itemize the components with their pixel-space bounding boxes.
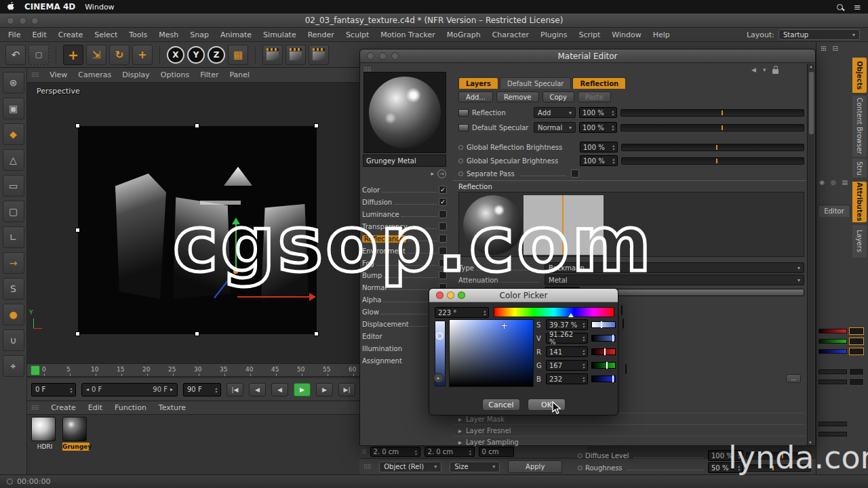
axis-tool[interactable]: ⌖ xyxy=(3,355,24,377)
spline-pen-tool[interactable]: ⊛ xyxy=(3,72,24,94)
selection-handle[interactable] xyxy=(75,228,80,232)
material-editor-scrollbar[interactable]: ▴ ▾ xyxy=(807,64,814,445)
previous-frame-button[interactable]: ◀ xyxy=(271,383,288,396)
viewport-menu-filter[interactable]: Filter xyxy=(200,70,218,79)
strip-handle[interactable] xyxy=(436,332,443,340)
channel-row-color[interactable]: Color✓ xyxy=(362,184,447,196)
layer-thumbnail-icon[interactable] xyxy=(458,109,469,117)
hue-slider[interactable] xyxy=(494,307,614,317)
red-mini-slider[interactable] xyxy=(591,348,616,355)
add-cube-tool[interactable]: ▣ xyxy=(3,98,24,119)
undo-button[interactable]: ↶ xyxy=(5,45,26,65)
panel-drag-handle-icon[interactable]: ⠿⠿ xyxy=(363,464,371,470)
stepper-icon[interactable]: ▴▾ xyxy=(612,109,614,116)
stepper-icon[interactable]: ▴▾ xyxy=(583,321,585,328)
saturation-value-square[interactable]: + xyxy=(449,319,534,387)
lock-icon[interactable] xyxy=(772,69,778,74)
primitive-tool[interactable]: △ xyxy=(3,149,24,171)
tab-layers[interactable]: Layers xyxy=(458,77,498,89)
frame-range-slider[interactable]: ◂ 0 F 90 F ▸ xyxy=(81,383,178,396)
lock-x-axis-button[interactable]: X xyxy=(167,46,184,64)
spotlight-search-icon[interactable] xyxy=(837,4,843,10)
stepper-icon[interactable]: ▴▾ xyxy=(612,144,614,150)
green-channel-slider[interactable] xyxy=(818,339,847,344)
stepper-icon[interactable]: ▴▾ xyxy=(415,449,417,455)
zoom-window-button[interactable] xyxy=(391,52,399,60)
menu-animate[interactable]: Animate xyxy=(220,30,252,39)
material-name-field[interactable]: Grungey Metal xyxy=(363,155,446,167)
lock-z-axis-button[interactable]: Z xyxy=(208,46,225,64)
scrollbar-thumb[interactable] xyxy=(809,72,814,134)
hidden-parameter-slider[interactable] xyxy=(625,364,627,374)
material-preview-area[interactable] xyxy=(363,72,446,153)
layer-thumbnail-icon[interactable] xyxy=(458,124,469,131)
panel-drag-handle-icon[interactable]: ⠿⠿ xyxy=(31,72,39,79)
menu-motion-tracker[interactable]: Motion Tracker xyxy=(380,30,435,39)
timeline-ruler[interactable]: 0 5 10 15 20 25 30 35 40 45 50 55 60 xyxy=(27,363,359,377)
blue-channel-slider[interactable] xyxy=(818,349,847,354)
menu-mograph[interactable]: MoGraph xyxy=(447,30,481,39)
menu-edit[interactable]: Edit xyxy=(32,30,46,39)
panel-drag-handle-icon[interactable]: ⠿ xyxy=(362,449,366,455)
tab-editor[interactable]: Editor xyxy=(818,205,850,217)
menu-snap[interactable]: Snap xyxy=(190,30,209,39)
cancel-button[interactable]: Cancel xyxy=(482,399,520,411)
selection-handle[interactable] xyxy=(75,331,80,336)
close-window-button[interactable] xyxy=(367,52,374,60)
last-tool-button[interactable]: + xyxy=(132,45,153,65)
coord-y-field[interactable]: 2. 0 cm▴▾ xyxy=(425,447,475,457)
minimize-window-button[interactable] xyxy=(447,291,454,299)
mini-slider[interactable] xyxy=(818,432,847,436)
stepper-icon[interactable]: ▴▾ xyxy=(583,362,585,369)
lock-y-axis-button[interactable]: Y xyxy=(187,46,205,64)
red-channel-slider[interactable] xyxy=(818,329,847,333)
current-frame-field[interactable]: 0 F ▴▾ xyxy=(31,383,76,396)
minimize-window-button[interactable] xyxy=(379,52,387,60)
chevron-down-icon[interactable]: ▾ xyxy=(763,66,766,73)
viewport-menu-view[interactable]: View xyxy=(50,70,67,79)
zoom-window-button[interactable] xyxy=(458,291,465,299)
tab-reflection[interactable]: Reflection xyxy=(572,77,626,89)
object-mode-dropdown[interactable]: Object (Rel)▾ xyxy=(379,462,441,472)
mini-slider[interactable] xyxy=(818,422,847,426)
close-window-button[interactable] xyxy=(436,291,443,299)
selection-handle[interactable] xyxy=(314,331,319,336)
global-reflection-brightness-field[interactable]: 100 %▴▾ xyxy=(580,142,618,152)
color-picker-titlebar[interactable]: Color Picker xyxy=(429,289,618,302)
scale-tool-button[interactable]: ⇲ xyxy=(86,45,106,65)
back-arrow-icon[interactable]: ◀ xyxy=(751,66,756,73)
menu-create[interactable]: Create xyxy=(58,30,83,39)
material-thumbnail-grungey[interactable]: Grungey xyxy=(62,417,90,451)
copy-layer-button[interactable]: Copy xyxy=(542,92,574,102)
color-picker-window[interactable]: Color Picker 223 ° ▴▾ + S 39.37 %▴▾ V 91… xyxy=(429,288,618,415)
menu-character[interactable]: Character xyxy=(492,30,529,39)
saturation-mini-slider[interactable] xyxy=(591,321,616,328)
tab-structure[interactable]: Stru xyxy=(852,159,867,178)
timeline-playhead[interactable] xyxy=(31,365,40,375)
previous-key-button[interactable]: ◀ xyxy=(249,383,266,396)
green-value-swatch[interactable] xyxy=(849,338,864,345)
green-field[interactable]: 167▴▾ xyxy=(546,360,588,371)
blend-mode-dropdown[interactable]: Normal▾ xyxy=(534,122,576,133)
global-reflection-brightness-slider[interactable] xyxy=(621,144,804,151)
blue-field[interactable]: 232▴▾ xyxy=(546,373,588,384)
mini-slider[interactable] xyxy=(818,380,847,384)
tab-attributes[interactable]: Attributes xyxy=(852,182,867,222)
layer-opacity-slider[interactable] xyxy=(620,124,804,131)
stepper-icon[interactable]: ▴▾ xyxy=(612,124,614,131)
render-settings-button[interactable] xyxy=(309,45,329,65)
tab-default-specular[interactable]: Default Specular xyxy=(500,77,571,89)
gizmo-x-axis-arrow[interactable] xyxy=(237,296,311,298)
box-select-tool[interactable]: ▢ xyxy=(28,45,49,65)
menu-mesh[interactable]: Mesh xyxy=(159,30,178,39)
blue-mini-slider[interactable] xyxy=(591,375,616,382)
green-mini-slider[interactable] xyxy=(591,362,616,369)
stepper-icon[interactable]: ▴▾ xyxy=(484,309,486,316)
global-specular-brightness-slider[interactable] xyxy=(621,157,804,165)
attribute-mode-icons[interactable]: ◉ ◎ ▤ xyxy=(819,179,850,186)
coord-z-field[interactable]: 0 cm xyxy=(479,447,514,457)
selection-handle[interactable] xyxy=(195,123,199,128)
floor-object-tool[interactable]: ▭ xyxy=(3,175,24,197)
menu-select[interactable]: Select xyxy=(94,30,117,39)
macos-window-menu[interactable]: Window xyxy=(85,3,114,12)
